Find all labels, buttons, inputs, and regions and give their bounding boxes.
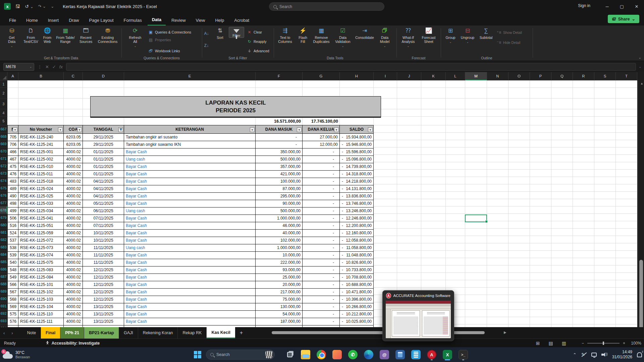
queries-connections-button[interactable]: ▣Queries & Connections: [148, 28, 191, 36]
filter-dropdown-icon[interactable]: ▼: [250, 127, 255, 132]
row-header-677[interactable]: 677: [0, 199, 7, 206]
cell[interactable]: 04/11/2025: [83, 185, 124, 193]
cell[interactable]: -15.096.800,00: [340, 156, 374, 163]
filter-dropdown-icon[interactable]: ▼: [58, 127, 63, 132]
row-header-2[interactable]: 2: [0, 88, 7, 99]
cell[interactable]: RSE-KK-1125-075: [18, 259, 64, 266]
cell[interactable]: Uang cash: [124, 207, 256, 215]
sheet-tab-note[interactable]: Note: [22, 327, 41, 339]
cell[interactable]: RSE-KK-1125-011: [18, 171, 64, 178]
cell[interactable]: 13/11/2025: [83, 303, 124, 311]
column-header-J[interactable]: J: [397, 72, 421, 80]
table-header-COA[interactable]: COA▼: [64, 125, 83, 134]
cell[interactable]: 500.000,00: [256, 156, 303, 163]
column-header-Q[interactable]: Q: [551, 72, 573, 80]
ungroup-button[interactable]: ⊟Ungroup⌄: [459, 27, 476, 44]
cell[interactable]: 539: [7, 252, 18, 259]
cell[interactable]: 4000.02: [64, 244, 83, 252]
cell[interactable]: 548: [7, 266, 18, 274]
cell[interactable]: -: [303, 281, 340, 289]
cell[interactable]: 6203.05: [64, 141, 83, 148]
normal-view-icon[interactable]: ⊞: [536, 341, 540, 346]
ribbon-tab-data[interactable]: Data: [148, 14, 166, 25]
properties-button[interactable]: ▤Properties: [148, 38, 171, 42]
file-explorer-icon[interactable]: [299, 349, 312, 361]
column-header-L[interactable]: L: [446, 72, 465, 80]
cell[interactable]: 421.000,00: [256, 171, 303, 178]
cell[interactable]: 4000.02: [64, 303, 83, 311]
cell[interactable]: 04/11/2025: [83, 193, 124, 200]
from-web-button[interactable]: 🌐FromWeb: [40, 27, 54, 44]
zoom-slider[interactable]: [587, 343, 620, 344]
vertical-scroll-thumb[interactable]: [639, 260, 643, 333]
prev-sheet-icon[interactable]: ‹: [0, 330, 8, 336]
row-header-672[interactable]: 672: [0, 162, 7, 170]
subtotal-button[interactable]: ∑Subtotal: [478, 27, 494, 40]
cell[interactable]: Tambahan ongkir suwarno IKN: [124, 141, 256, 148]
cell[interactable]: Bayar Cash: [124, 215, 256, 222]
network-icon[interactable]: [591, 353, 597, 357]
from-text-csv-button[interactable]: 🗋FromText/CSV: [22, 27, 40, 44]
cell[interactable]: Bayar Cash: [124, 303, 256, 311]
cell[interactable]: 11/11/2025: [83, 259, 124, 266]
cell[interactable]: Bayar Cash: [124, 318, 256, 325]
row-header-690[interactable]: 690: [0, 295, 7, 302]
row-header-669[interactable]: 669: [0, 140, 7, 147]
cell[interactable]: 46.000,00: [256, 222, 303, 230]
cell[interactable]: 87.000,00: [256, 185, 303, 193]
column-header-T[interactable]: T: [616, 72, 637, 80]
table-header-TANGGAL[interactable]: TANGGAL: [83, 125, 124, 134]
cell[interactable]: 04/11/2025: [83, 178, 124, 185]
cell[interactable]: 357.000,00: [256, 163, 303, 171]
next-sheet-icon[interactable]: ›: [8, 330, 16, 336]
cell[interactable]: 490: [7, 193, 18, 200]
row-header-684[interactable]: 684: [0, 251, 7, 258]
row-header-685[interactable]: 685: [0, 258, 7, 265]
cell[interactable]: Uang cash: [124, 156, 256, 163]
cell[interactable]: 476: [7, 171, 18, 178]
select-all-corner[interactable]: [0, 72, 7, 80]
from-table-range-button[interactable]: ▦From Table/Range: [55, 27, 76, 44]
cell[interactable]: -10.826.800,00: [340, 259, 374, 266]
cell[interactable]: 4000.02: [64, 200, 83, 207]
cell[interactable]: -: [303, 185, 340, 193]
accurate-icon[interactable]: A: [425, 349, 438, 361]
forecast-sheet-button[interactable]: 📈ForecastSheet: [419, 27, 438, 44]
cell[interactable]: -: [303, 222, 340, 230]
column-header-C[interactable]: C: [64, 72, 83, 80]
hidden-icons-chevron[interactable]: ⌃: [573, 352, 577, 357]
weather-widget[interactable]: 5 30°C Berawan: [3, 350, 30, 359]
accurate-preview-popup[interactable]: A ACCURATE Accounting Software: [382, 290, 454, 341]
data-validation-button[interactable]: ☑DataValidation⌄: [333, 27, 353, 48]
cell[interactable]: 4000.02: [64, 266, 83, 274]
cell[interactable]: -: [303, 178, 340, 185]
task-view-icon[interactable]: [283, 349, 296, 361]
cell[interactable]: 538: [7, 244, 18, 252]
cell[interactable]: RSE-KK-1125-033: [18, 200, 64, 207]
cell[interactable]: RSE-KK-1125-241: [18, 141, 64, 148]
cell[interactable]: 350.000,00: [256, 148, 303, 156]
cell[interactable]: 4000.02: [64, 274, 83, 281]
excel-icon[interactable]: X: [441, 349, 454, 361]
cell[interactable]: RSE-KK-1125-051: [18, 222, 64, 230]
row-header-1[interactable]: 1: [0, 80, 7, 88]
row-header-3[interactable]: 3: [0, 99, 7, 109]
selected-cell-M678[interactable]: [465, 215, 487, 222]
column-header-B[interactable]: B: [18, 72, 64, 80]
cell[interactable]: 4000.02: [64, 222, 83, 230]
cell[interactable]: 20.000,00: [256, 281, 303, 289]
cell[interactable]: -12.200.800,00: [340, 222, 374, 230]
cell[interactable]: -10.708.800,00: [340, 274, 374, 281]
cell[interactable]: -: [303, 171, 340, 178]
cell[interactable]: RSE-KK-1125-072: [18, 237, 64, 244]
save-icon[interactable]: 🖫: [15, 4, 20, 9]
cell[interactable]: 705: [7, 134, 18, 141]
cell[interactable]: Bayar Cash: [124, 274, 256, 281]
clear-filter-button[interactable]: ✕Clear: [247, 28, 262, 36]
zoom-out-icon[interactable]: −: [582, 341, 584, 346]
cell[interactable]: -10.471.800,00: [340, 289, 374, 296]
scroll-right-icon[interactable]: ▶: [504, 330, 506, 334]
cell[interactable]: 93.000,00: [256, 266, 303, 274]
cell[interactable]: 4000.02: [64, 318, 83, 325]
collapse-ribbon-icon[interactable]: ⌄: [639, 56, 641, 59]
